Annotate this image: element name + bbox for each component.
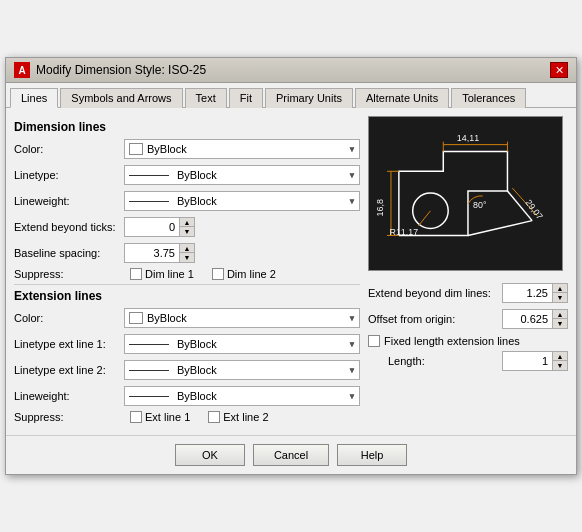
lineweight-row: Lineweight: ByBlock ▼ (14, 190, 360, 212)
tab-text[interactable]: Text (185, 88, 227, 108)
baseline-up[interactable]: ▲ (180, 244, 194, 253)
length-input[interactable] (502, 351, 552, 371)
baseline-row: Baseline spacing: ▲ ▼ (14, 242, 360, 264)
color-select[interactable]: ByBlock ▼ (124, 139, 360, 159)
linetype-ext2-select[interactable]: ByBlock ▼ (124, 360, 360, 380)
linetype-select[interactable]: ByBlock ▼ (124, 165, 360, 185)
dropdown-arrow: ▼ (348, 314, 356, 323)
line-preview (129, 396, 169, 397)
extend-beyond-up[interactable]: ▲ (553, 284, 567, 293)
ext-lineweight-select[interactable]: ByBlock ▼ (124, 386, 360, 406)
ok-button[interactable]: OK (175, 444, 245, 466)
ext-lineweight-value: ByBlock (177, 390, 217, 402)
linetype-ext1-row: Linetype ext line 1: ByBlock ▼ (14, 333, 360, 355)
offset-buttons: ▲ ▼ (552, 309, 568, 329)
linetype-ext2-label: Linetype ext line 2: (14, 364, 124, 376)
fixed-length-row: Fixed length extension lines (368, 335, 568, 347)
baseline-buttons: ▲ ▼ (179, 243, 195, 263)
svg-text:16,8: 16,8 (375, 199, 385, 216)
fixed-length-label: Fixed length extension lines (384, 335, 568, 347)
offset-label: Offset from origin: (368, 313, 498, 325)
linetype-ext1-value: ByBlock (177, 338, 217, 350)
tab-lines[interactable]: Lines (10, 88, 58, 108)
extend-beyond-spinner[interactable]: ▲ ▼ (502, 283, 568, 303)
baseline-down[interactable]: ▼ (180, 253, 194, 262)
app-icon: A (14, 62, 30, 78)
linetype-ext1-select[interactable]: ByBlock ▼ (124, 334, 360, 354)
ext-color-row: Color: ByBlock ▼ (14, 307, 360, 329)
extend-beyond-label: Extend beyond dim lines: (368, 287, 498, 299)
offset-up[interactable]: ▲ (553, 310, 567, 319)
ext-suppress-row: Suppress: Ext line 1 Ext line 2 (14, 411, 360, 423)
svg-text:80°: 80° (473, 200, 487, 210)
line-preview (129, 370, 169, 371)
fixed-length-checkbox[interactable] (368, 335, 380, 347)
dim-line1-label: Dim line 1 (145, 268, 194, 280)
dropdown-arrow: ▼ (348, 340, 356, 349)
content-area: Dimension lines Color: ByBlock ▼ Linetyp… (6, 108, 576, 435)
window-title: Modify Dimension Style: ISO-25 (36, 63, 206, 77)
length-buttons: ▲ ▼ (552, 351, 568, 371)
offset-spinner[interactable]: ▲ ▼ (502, 309, 568, 329)
cancel-button[interactable]: Cancel (253, 444, 329, 466)
extend-ticks-spinner[interactable]: ▲ ▼ (124, 217, 195, 237)
dim-line1-checkbox[interactable] (130, 268, 142, 280)
extend-ticks-up[interactable]: ▲ (180, 218, 194, 227)
extend-ticks-buttons: ▲ ▼ (179, 217, 195, 237)
baseline-input[interactable] (124, 243, 179, 263)
offset-row: Offset from origin: ▲ ▼ (368, 309, 568, 329)
baseline-spinner[interactable]: ▲ ▼ (124, 243, 195, 263)
linetype-row: Linetype: ByBlock ▼ (14, 164, 360, 186)
ext-lineweight-row: Lineweight: ByBlock ▼ (14, 385, 360, 407)
length-down[interactable]: ▼ (553, 361, 567, 370)
ext-line1-checkbox[interactable] (130, 411, 142, 423)
help-button[interactable]: Help (337, 444, 407, 466)
dim-line2-checkbox[interactable] (212, 268, 224, 280)
main-window: A Modify Dimension Style: ISO-25 ✕ Lines… (5, 57, 577, 475)
svg-text:R11,17: R11,17 (389, 227, 418, 237)
dropdown-arrow: ▼ (348, 171, 356, 180)
linetype-ext1-label: Linetype ext line 1: (14, 338, 124, 350)
left-panel: Dimension lines Color: ByBlock ▼ Linetyp… (14, 116, 360, 427)
title-bar-left: A Modify Dimension Style: ISO-25 (14, 62, 206, 78)
close-button[interactable]: ✕ (550, 62, 568, 78)
extension-lines-section: Extension lines (14, 289, 360, 303)
tab-fit[interactable]: Fit (229, 88, 263, 108)
offset-down[interactable]: ▼ (553, 319, 567, 328)
ext-suppress-label: Suppress: (14, 411, 124, 423)
dim-line1-checkbox-label[interactable]: Dim line 1 (130, 268, 194, 280)
line-preview (129, 175, 169, 176)
ext-line2-checkbox[interactable] (208, 411, 220, 423)
ext-line1-checkbox-label[interactable]: Ext line 1 (130, 411, 190, 423)
length-spinner[interactable]: ▲ ▼ (502, 351, 568, 371)
lineweight-value: ByBlock (177, 195, 217, 207)
lineweight-select[interactable]: ByBlock ▼ (124, 191, 360, 211)
ext-color-label: Color: (14, 312, 124, 324)
title-bar: A Modify Dimension Style: ISO-25 ✕ (6, 58, 576, 83)
tab-tolerances[interactable]: Tolerances (451, 88, 526, 108)
extend-beyond-row: Extend beyond dim lines: ▲ ▼ (368, 283, 568, 303)
divider (14, 284, 360, 285)
tab-symbols-arrows[interactable]: Symbols and Arrows (60, 88, 182, 108)
ext-color-select[interactable]: ByBlock ▼ (124, 308, 360, 328)
dropdown-arrow: ▼ (348, 366, 356, 375)
tab-alternate-units[interactable]: Alternate Units (355, 88, 449, 108)
extend-ticks-down[interactable]: ▼ (180, 227, 194, 236)
offset-input[interactable] (502, 309, 552, 329)
preview-box: 14,11 16,8 29,07 R11,17 80° (368, 116, 563, 271)
color-value: ByBlock (147, 143, 187, 155)
dimension-lines-section: Dimension lines (14, 120, 360, 134)
tab-primary-units[interactable]: Primary Units (265, 88, 353, 108)
linetype-ext2-row: Linetype ext line 2: ByBlock ▼ (14, 359, 360, 381)
suppress-row: Suppress: Dim line 1 Dim line 2 (14, 268, 360, 280)
line-preview (129, 344, 169, 345)
dim-line2-label: Dim line 2 (227, 268, 276, 280)
extend-beyond-input[interactable] (502, 283, 552, 303)
dropdown-arrow: ▼ (348, 197, 356, 206)
ext-lineweight-label: Lineweight: (14, 390, 124, 402)
extend-beyond-down[interactable]: ▼ (553, 293, 567, 302)
dim-line2-checkbox-label[interactable]: Dim line 2 (212, 268, 276, 280)
ext-line2-checkbox-label[interactable]: Ext line 2 (208, 411, 268, 423)
extend-ticks-input[interactable] (124, 217, 179, 237)
length-up[interactable]: ▲ (553, 352, 567, 361)
